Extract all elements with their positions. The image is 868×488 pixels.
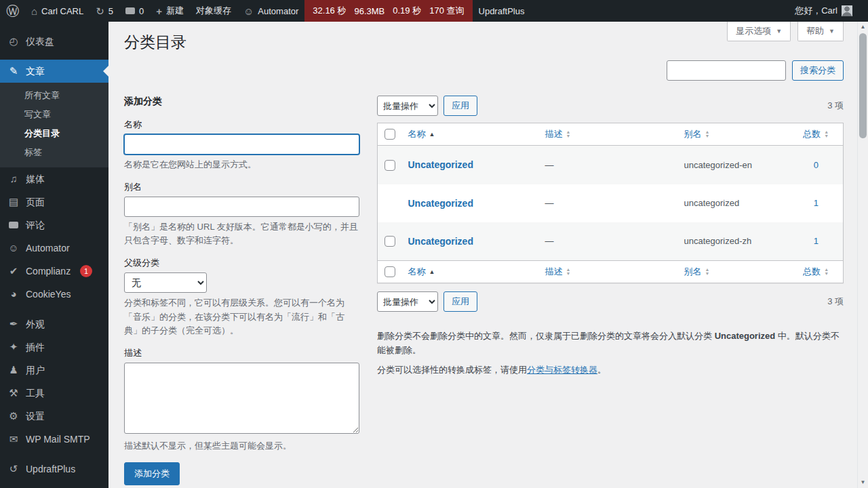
- home-icon: ⌂: [31, 6, 37, 16]
- sidebar-item-wp-mail-smtp[interactable]: ✉ WP Mail SMTP: [0, 428, 108, 451]
- slug-help: 「别名」是名称的 URL 友好版本。它通常都是小写的，并且只包含字母、数字和连字…: [124, 220, 359, 247]
- category-name-link[interactable]: Uncategorized: [408, 236, 473, 247]
- search-categories-input[interactable]: [667, 60, 786, 81]
- sidebar-item-updraftplus[interactable]: ↺ UpdraftPlus: [0, 458, 108, 481]
- qm-memory: 96.3MB: [354, 6, 384, 16]
- category-description: —: [538, 146, 677, 184]
- pages-icon: ▤: [7, 195, 20, 209]
- avatar: [842, 5, 852, 16]
- sort-by-count[interactable]: 总数: [803, 128, 829, 140]
- updates-menu[interactable]: ↻ 5: [90, 0, 119, 22]
- automator-menu[interactable]: ☺ Automator: [237, 0, 304, 22]
- table-row: Uncategorized — uncategorized-zh 1: [378, 222, 844, 261]
- sidebar-item-automator[interactable]: ☺ Automator: [0, 237, 108, 260]
- note-text: 。: [597, 365, 606, 375]
- category-slug: uncategorized: [677, 184, 789, 222]
- sidebar-item-media[interactable]: ♫ 媒体: [0, 167, 108, 190]
- my-account-menu[interactable]: 您好，Carl: [789, 0, 859, 22]
- screen-meta: 显示选项 ▼ 帮助 ▼: [727, 22, 844, 41]
- add-category-form: 添加分类 名称 名称是它在您网站上的显示方式。 别名 「别名」是名称的 URL …: [124, 96, 359, 485]
- row-checkbox[interactable]: [384, 236, 395, 247]
- screen-options-button[interactable]: 显示选项 ▼: [727, 22, 791, 41]
- submenu-item-categories[interactable]: 分类目录: [0, 124, 108, 143]
- submenu-item-new-post[interactable]: 写文章: [0, 105, 108, 124]
- sidebar-item-settings[interactable]: ⚙ 设置: [0, 405, 108, 428]
- sort-by-count[interactable]: 总数: [803, 266, 829, 278]
- bulk-actions-select[interactable]: 批量操作: [377, 291, 438, 312]
- sidebar-item-complianz[interactable]: ✔ Complianz 1: [0, 260, 108, 283]
- wordpress-admin-screen: Ⓦ ⌂ Carl CARL ↻ 5 0 + 新建 对象缓存 ☺ Automato…: [0, 0, 868, 488]
- note-text: 分类可以选择性的转换成标签，请使用: [377, 365, 527, 375]
- sort-by-name[interactable]: 名称: [408, 128, 435, 140]
- converter-link[interactable]: 分类与标签转换器: [527, 365, 597, 375]
- comments-menu[interactable]: 0: [119, 0, 150, 22]
- sort-ascending-icon: [429, 131, 435, 138]
- select-all-checkbox[interactable]: [384, 266, 395, 277]
- sort-by-description[interactable]: 描述: [545, 128, 571, 140]
- sort-by-slug[interactable]: 别名: [684, 266, 710, 278]
- comments-count: 0: [139, 6, 144, 16]
- column-label: 描述: [545, 128, 563, 140]
- scrollbar[interactable]: ▲ ▼: [857, 22, 868, 488]
- sort-by-description[interactable]: 描述: [545, 266, 571, 278]
- add-category-button[interactable]: 添加分类: [124, 462, 180, 485]
- category-count-link[interactable]: 1: [814, 236, 818, 246]
- scroll-up-icon[interactable]: ▲: [858, 22, 868, 33]
- query-monitor-menu[interactable]: 32.16 秒 96.3MB 0.19 秒 170 查询: [304, 0, 472, 22]
- sidebar-item-label: 页面: [26, 195, 45, 209]
- sidebar-item-posts[interactable]: ✎ 文章: [0, 60, 108, 83]
- category-count-link[interactable]: 1: [814, 198, 818, 208]
- scrollbar-thumb[interactable]: [859, 33, 867, 138]
- sidebar-item-cookieyes[interactable]: ◕ CookieYes: [0, 283, 108, 306]
- category-count-link[interactable]: 0: [814, 160, 818, 170]
- search-categories-button[interactable]: 搜索分类: [792, 60, 844, 81]
- category-description-textarea[interactable]: [124, 363, 359, 434]
- brush-icon: ✒: [7, 317, 20, 331]
- sort-by-slug[interactable]: 别名: [684, 128, 710, 140]
- sidebar-item-label: 文章: [26, 64, 45, 78]
- scroll-down-icon[interactable]: ▼: [858, 477, 868, 488]
- object-cache-menu[interactable]: 对象缓存: [190, 0, 237, 22]
- name-label: 名称: [124, 119, 359, 131]
- category-description: —: [538, 184, 677, 222]
- submenu-item-tags[interactable]: 标签: [0, 143, 108, 162]
- bulk-actions-select[interactable]: 批量操作: [377, 96, 438, 116]
- category-slug-input[interactable]: [124, 197, 359, 217]
- items-count: 3 项: [827, 296, 844, 308]
- select-all-checkbox[interactable]: [384, 129, 395, 140]
- updraftplus-menu[interactable]: UpdraftPlus: [473, 0, 531, 22]
- sort-icon: [824, 130, 829, 138]
- category-name-link[interactable]: Uncategorized: [408, 198, 473, 209]
- site-name-menu[interactable]: ⌂ Carl CARL: [25, 0, 90, 22]
- form-heading: 添加分类: [124, 96, 359, 108]
- wp-logo-menu[interactable]: Ⓦ: [0, 0, 25, 22]
- parent-category-select[interactable]: 无: [124, 272, 207, 293]
- help-button[interactable]: 帮助 ▼: [797, 22, 844, 41]
- row-checkbox[interactable]: [384, 160, 395, 171]
- new-content-menu[interactable]: + 新建: [150, 0, 190, 22]
- tools-icon: ⚒: [7, 386, 20, 400]
- checkmark-icon: ✔: [7, 264, 20, 278]
- greeting-text: 您好，Carl: [795, 5, 837, 17]
- sidebar-item-pages[interactable]: ▤ 页面: [0, 190, 108, 214]
- sidebar-item-tools[interactable]: ⚒ 工具: [0, 382, 108, 405]
- category-name-link[interactable]: Uncategorized: [408, 159, 473, 170]
- sidebar-item-plugins[interactable]: ✦ 插件: [0, 336, 108, 359]
- sidebar-item-users[interactable]: ♟ 用户: [0, 359, 108, 382]
- parent-field: 父级分类 无 分类和标签不同，它可以有层级关系。您可以有一个名为「音乐」的分类，…: [124, 257, 359, 337]
- sidebar-item-comments[interactable]: 评论: [0, 214, 108, 237]
- envelope-icon: ✉: [7, 432, 20, 446]
- sidebar-item-dashboard[interactable]: ◴ 仪表盘: [0, 30, 108, 53]
- column-label: 名称: [408, 128, 426, 140]
- sidebar-item-appearance[interactable]: ✒ 外观: [0, 312, 108, 336]
- sort-by-name[interactable]: 名称: [408, 266, 435, 278]
- category-name-input[interactable]: [124, 134, 359, 155]
- sort-icon: [705, 268, 710, 276]
- apply-button[interactable]: 应用: [443, 96, 477, 116]
- apply-button[interactable]: 应用: [443, 291, 477, 312]
- submenu-item-all-posts[interactable]: 所有文章: [0, 86, 108, 105]
- sort-icon: [824, 268, 829, 276]
- slug-field: 别名 「别名」是名称的 URL 友好版本。它通常都是小写的，并且只包含字母、数字…: [124, 181, 359, 247]
- sidebar-item-label: 评论: [26, 218, 45, 232]
- new-label: 新建: [166, 5, 184, 17]
